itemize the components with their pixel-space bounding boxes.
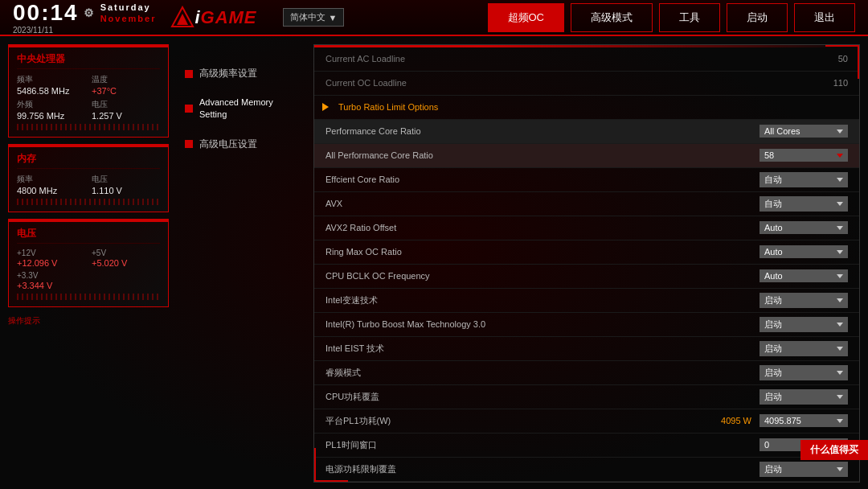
section-triangle-icon — [322, 103, 329, 111]
cpu-power-override-label: CPU功耗覆盖 — [326, 391, 760, 403]
row-pl1-power[interactable]: 平台PL1功耗(W) 4095 W 4095.875 — [314, 409, 859, 434]
nav-exit-button[interactable]: 退出 — [794, 3, 855, 32]
nav-tools-button[interactable]: 工具 — [659, 3, 720, 32]
row-perf-core-ratio[interactable]: Performance Core Ratio All Cores — [314, 120, 859, 144]
ring-max-oc-dropdown[interactable]: Auto — [760, 245, 848, 258]
ac-loadline-label: Current AC Loadline — [326, 54, 800, 64]
cpu-extfreq-value: 99.756 MHz — [17, 111, 85, 121]
middle-panel: 高级频率设置 Advanced Memory Setting 高级电压设置 — [177, 44, 305, 483]
pl1-power-value: 4095.875 — [764, 416, 801, 425]
clock-time: 00:14 ⚙ Saturday November — [13, 0, 156, 26]
boost-mode-arrow — [837, 371, 843, 375]
menu-label-voltage: 高级电压设置 — [199, 138, 257, 151]
row-ac-loadline: Current AC Loadline 50 — [314, 47, 859, 72]
intel-speed-tech-arrow — [837, 298, 843, 302]
cpu-info-grid: 频率 5486.58 MHz 温度 +37°C 外频 99.756 MHz 电压… — [17, 74, 160, 121]
nav-boot-button[interactable]: 启动 — [727, 3, 788, 32]
row-power-limit-override[interactable]: 电源功耗限制覆盖 启动 — [314, 458, 859, 482]
voltage-info-grid: +12V +12.096 V +5V +5.020 V +3.3V +3.344… — [17, 249, 160, 290]
turbo-boost-max-dropdown[interactable]: 启动 — [760, 317, 848, 332]
eff-core-ratio-dropdown[interactable]: 自动 — [760, 172, 848, 187]
row-boost-mode[interactable]: 睿频模式 启动 — [314, 361, 859, 385]
cpu-freq-value: 5486.58 MHz — [17, 86, 85, 96]
cpu-extfreq-label: 外频 — [17, 99, 85, 110]
nav-advanced-button[interactable]: 高级模式 — [571, 3, 653, 32]
menu-item-memory[interactable]: Advanced Memory Setting — [177, 90, 305, 128]
eff-core-ratio-value: 自动 — [764, 174, 782, 186]
logo-triangle-icon — [170, 6, 194, 30]
pl1-power-label: 平台PL1功耗(W) — [326, 415, 721, 427]
row-pl1-window[interactable]: PL1时间窗口 0 — [314, 434, 859, 458]
turbo-section-label: Turbo Ratio Limit Options — [322, 102, 848, 112]
menu-dot-freq — [185, 70, 193, 78]
logo-text: iGAME — [194, 7, 256, 28]
row-intel-speed-tech[interactable]: Intel变速技术 启动 — [314, 289, 859, 313]
cpu-freq-label: 频率 — [17, 74, 85, 85]
all-perf-core-ratio-dropdown[interactable]: 58 — [760, 149, 848, 162]
intel-eist-label: Intel EIST 技术 — [326, 343, 760, 355]
boost-mode-dropdown[interactable]: 启动 — [760, 365, 848, 380]
eff-core-ratio-label: Effcient Core Ratio — [326, 175, 760, 184]
lang-selector[interactable]: 简体中文 ▼ — [283, 8, 345, 27]
v5-label: +5V — [92, 249, 160, 257]
pl1-power-dropdown[interactable]: 4095.875 — [760, 414, 848, 427]
row-all-perf-core-ratio[interactable]: All Performance Core Ratio 58 — [314, 144, 859, 168]
nav-oc-button[interactable]: 超频OC — [488, 3, 565, 32]
perf-core-ratio-label: Performance Core Ratio — [326, 126, 760, 136]
all-perf-core-arrow — [837, 154, 843, 158]
avx2-offset-dropdown[interactable]: Auto — [760, 221, 848, 234]
perf-core-ratio-arrow — [837, 129, 843, 134]
power-limit-override-label: 电源功耗限制覆盖 — [326, 463, 760, 475]
row-cpu-power-override[interactable]: CPU功耗覆盖 启动 — [314, 385, 859, 409]
intel-speed-tech-dropdown[interactable]: 启动 — [760, 293, 848, 308]
intel-speed-tech-value: 启动 — [764, 294, 782, 306]
row-intel-eist[interactable]: Intel EIST 技术 启动 — [314, 337, 859, 361]
row-eff-core-ratio[interactable]: Effcient Core Ratio 自动 — [314, 168, 859, 192]
intel-eist-dropdown[interactable]: 启动 — [760, 341, 848, 356]
voltage-card: 电压 +12V +12.096 V +5V +5.020 V +3.3V +3.… — [8, 219, 169, 307]
cpu-temp-label: 温度 — [92, 74, 160, 85]
row-oc-loadline: Current OC Loadline 110 — [314, 72, 859, 96]
row-avx2-offset[interactable]: AVX2 Ratio Offset Auto — [314, 216, 859, 240]
menu-dot-memory — [185, 105, 193, 113]
v12-label: +12V — [17, 249, 85, 257]
cpu-power-override-dropdown[interactable]: 启动 — [760, 389, 848, 405]
menu-item-voltage[interactable]: 高级电压设置 — [177, 131, 305, 158]
ring-max-oc-value: Auto — [764, 247, 783, 257]
settings-scroll[interactable]: Current AC Loadline 50 Current OC Loadli… — [314, 47, 859, 482]
power-limit-override-value: 启动 — [764, 463, 782, 475]
voltage-wave-decoration — [17, 294, 160, 300]
perf-core-ratio-dropdown[interactable]: All Cores — [760, 125, 848, 138]
top-bar-nav: 超频OC 高级模式 工具 启动 退出 — [488, 3, 856, 32]
pl1-power-arrow — [837, 419, 843, 423]
row-turbo-boost-max[interactable]: Intel(R) Turbo Boost Max Technology 3.0 … — [314, 313, 859, 337]
power-limit-override-dropdown[interactable]: 启动 — [760, 462, 848, 477]
logo-block: iGAME — [170, 6, 256, 30]
clock-display: 00:14 — [13, 0, 79, 26]
menu-dot-voltage — [185, 140, 193, 148]
left-panel: 中央处理器 频率 5486.58 MHz 温度 +37°C 外频 99.756 … — [8, 44, 169, 483]
power-limit-override-arrow — [837, 467, 843, 471]
oc-loadline-value: 110 — [800, 78, 848, 88]
gear-icon: ⚙ — [84, 6, 96, 19]
content-area: 中央处理器 频率 5486.58 MHz 温度 +37°C 外频 99.756 … — [0, 36, 868, 489]
settings-panel: Current AC Loadline 50 Current OC Loadli… — [313, 44, 860, 483]
ring-max-oc-arrow — [837, 250, 843, 254]
cpu-wave-decoration — [17, 124, 160, 130]
intel-speed-tech-label: Intel变速技术 — [326, 294, 760, 306]
row-bclk-oc-freq[interactable]: CPU BCLK OC Frequency Auto — [314, 265, 859, 289]
bclk-oc-freq-dropdown[interactable]: Auto — [760, 269, 848, 282]
row-avx[interactable]: AVX 自动 — [314, 192, 859, 216]
cpu-card: 中央处理器 频率 5486.58 MHz 温度 +37°C 外频 99.756 … — [8, 44, 169, 138]
menu-item-freq[interactable]: 高级频率设置 — [177, 60, 305, 87]
cpu-card-title: 中央处理器 — [17, 52, 160, 69]
ram-card: 内存 频率 4800 MHz 电压 1.110 V — [8, 144, 169, 212]
bclk-oc-freq-value: Auto — [764, 271, 783, 281]
row-ring-max-oc[interactable]: Ring Max OC Ratio Auto — [314, 240, 859, 265]
eff-core-ratio-arrow — [837, 178, 843, 182]
ring-max-oc-label: Ring Max OC Ratio — [326, 247, 760, 257]
pl1-window-label: PL1时间窗口 — [326, 439, 760, 451]
avx-dropdown[interactable]: 自动 — [760, 196, 848, 212]
all-perf-core-ratio-value: 58 — [764, 150, 774, 160]
ram-voltage-label: 电压 — [92, 174, 160, 185]
